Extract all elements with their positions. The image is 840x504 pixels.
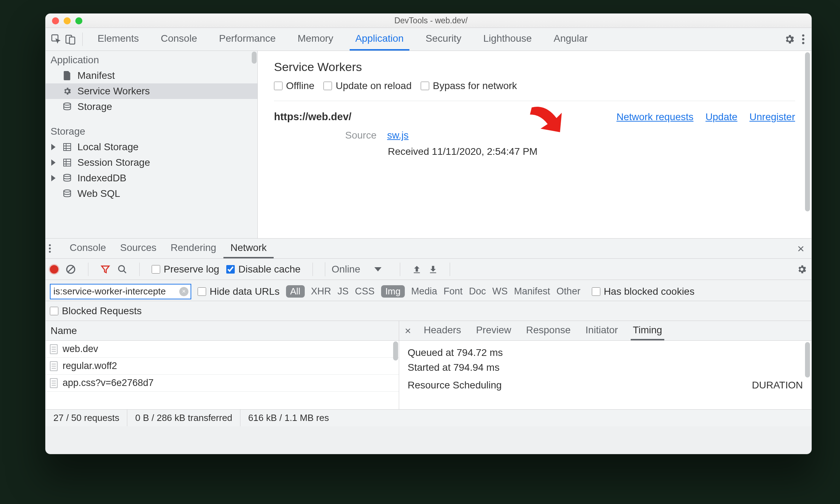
network-requests-link[interactable]: Network requests [617,111,694,123]
sidebar-item-websql[interactable]: Web SQL [46,186,257,201]
filter-doc[interactable]: Doc [469,286,486,297]
sidebar-item-local-storage[interactable]: Local Storage [46,139,257,155]
throttling-select[interactable]: Online [325,262,388,276]
tab-security[interactable]: Security [420,28,467,51]
inspect-element-icon[interactable] [49,32,63,46]
filter-manifest[interactable]: Manifest [514,286,550,297]
scrollbar-thumb[interactable] [393,341,398,361]
scrollbar-thumb[interactable] [805,52,810,211]
drawer-tab-sources[interactable]: Sources [113,239,164,258]
expand-icon[interactable] [51,175,56,181]
sidebar-item-session-storage[interactable]: Session Storage [46,155,257,170]
expand-icon[interactable] [51,159,56,166]
close-detail-icon[interactable]: × [405,325,411,337]
tab-angular[interactable]: Angular [548,28,594,51]
drawer-close-icon[interactable]: × [793,242,809,256]
filter-media[interactable]: Media [411,286,437,297]
network-status-bar: 27 / 50 requests 0 B / 286 kB transferre… [46,409,811,426]
hide-data-urls-checkbox[interactable]: Hide data URLs [198,286,280,297]
status-requests: 27 / 50 requests [46,410,127,426]
filter-img[interactable]: Img [381,285,405,298]
file-icon [50,361,58,371]
scrollbar-thumb[interactable] [805,342,810,377]
sidebar-item-storage[interactable]: Storage [46,99,257,115]
titlebar: DevTools - web.dev/ [46,14,811,28]
source-file-link[interactable]: sw.js [387,130,409,141]
disable-cache-checkbox[interactable]: Disable cache [226,264,301,275]
maximize-window-button[interactable] [75,17,82,24]
svg-rect-2 [70,37,75,44]
request-row[interactable]: web.dev [46,341,399,358]
request-list-header[interactable]: Name [46,321,399,341]
detail-tab-timing[interactable]: Timing [631,321,664,340]
tab-application[interactable]: Application [350,28,409,51]
status-resources: 616 kB / 1.1 MB res [240,410,337,426]
svg-point-15 [119,265,124,271]
blocked-cookies-checkbox[interactable]: Has blocked cookies [592,286,695,297]
filter-other[interactable]: Other [556,286,581,297]
clear-icon[interactable] [65,264,76,275]
drawer-more-icon[interactable] [48,244,63,253]
filter-css[interactable]: CSS [355,286,375,297]
more-menu-icon[interactable] [801,34,805,45]
filter-js[interactable]: JS [338,286,349,297]
svg-rect-17 [430,272,436,273]
filter-font[interactable]: Font [444,286,463,297]
filter-xhr[interactable]: XHR [311,286,331,297]
offline-checkbox[interactable]: Offline [274,80,314,92]
search-icon[interactable] [117,264,127,274]
sidebar-item-label: Service Workers [77,86,150,97]
tab-console[interactable]: Console [155,28,203,51]
tab-lighthouse[interactable]: Lighthouse [478,28,537,51]
blocked-requests-checkbox[interactable]: Blocked Requests [50,305,142,317]
tab-memory[interactable]: Memory [292,28,339,51]
sidebar-item-manifest[interactable]: Manifest [46,68,257,83]
request-row[interactable]: regular.woff2 [46,358,399,375]
sidebar-item-label: Manifest [77,70,115,81]
svg-point-9 [64,174,71,177]
minimize-window-button[interactable] [64,17,71,24]
svg-rect-8 [64,159,71,166]
drawer-tab-network[interactable]: Network [223,239,274,258]
timing-scheduling-label: Resource Scheduling [408,380,502,391]
network-filter-row-2: Blocked Requests [46,301,811,321]
detail-tab-preview[interactable]: Preview [474,321,513,340]
detail-tab-initiator[interactable]: Initiator [583,321,620,340]
download-icon[interactable] [428,265,438,274]
svg-point-12 [49,247,51,249]
settings-icon[interactable] [784,34,795,45]
svg-rect-16 [414,272,420,273]
unregister-link[interactable]: Unregister [749,111,795,123]
request-detail: × Headers Preview Response Initiator Tim… [399,321,811,409]
timing-queued: Queued at 794.72 ms [408,347,803,358]
clear-filter-icon[interactable]: × [179,287,188,296]
filter-input[interactable]: is:service-worker-intercepte × [50,284,191,299]
tab-performance[interactable]: Performance [213,28,281,51]
detail-tab-headers[interactable]: Headers [422,321,463,340]
database-icon [62,174,72,183]
scrollbar-thumb[interactable] [252,52,257,64]
update-link[interactable]: Update [706,111,737,123]
filter-ws[interactable]: WS [492,286,508,297]
sidebar-item-indexeddb[interactable]: IndexedDB [46,170,257,186]
filter-icon[interactable] [100,264,110,274]
tab-elements[interactable]: Elements [92,28,145,51]
device-toggle-icon[interactable] [63,32,77,46]
document-icon [62,71,72,80]
preserve-log-checkbox[interactable]: Preserve log [152,264,219,275]
network-settings-icon[interactable] [797,264,807,275]
update-on-reload-checkbox[interactable]: Update on reload [323,80,412,92]
drawer-tab-rendering[interactable]: Rendering [163,239,223,258]
application-sidebar: Application Manifest Service Workers Sto… [46,51,258,238]
request-row[interactable]: app.css?v=6e2768d7 [46,375,399,392]
expand-icon[interactable] [51,144,56,150]
drawer-tab-console[interactable]: Console [63,239,113,258]
bypass-for-network-checkbox[interactable]: Bypass for network [421,80,517,92]
filter-all[interactable]: All [286,285,305,298]
sidebar-item-service-workers[interactable]: Service Workers [46,83,257,99]
detail-tab-response[interactable]: Response [524,321,573,340]
grid-icon [62,158,72,167]
record-button[interactable] [50,265,58,274]
upload-icon[interactable] [412,265,421,274]
close-window-button[interactable] [52,17,59,24]
